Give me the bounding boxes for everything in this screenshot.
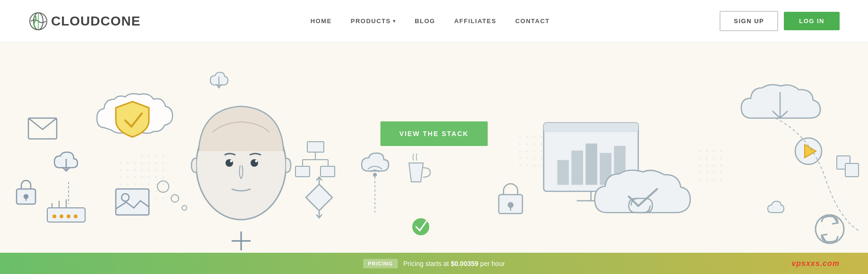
- nav-affiliates[interactable]: AFFILIATES: [454, 17, 496, 25]
- svg-point-6: [141, 162, 143, 164]
- svg-point-80: [720, 171, 722, 173]
- svg-point-72: [720, 157, 722, 159]
- navbar: CLOUDCONE HOME PRODUCTS BLOG AFFILIATES …: [0, 0, 868, 43]
- svg-point-4: [155, 155, 157, 157]
- svg-point-41: [134, 183, 136, 185]
- svg-point-11: [148, 169, 150, 171]
- svg-point-53: [519, 150, 521, 152]
- svg-point-40: [127, 183, 129, 185]
- svg-point-59: [533, 157, 535, 159]
- svg-point-126: [508, 203, 513, 207]
- svg-point-58: [526, 157, 528, 159]
- svg-point-63: [533, 164, 535, 166]
- svg-rect-99: [116, 189, 149, 215]
- svg-point-15: [148, 176, 150, 178]
- svg-point-96: [74, 214, 78, 218]
- svg-point-108: [182, 206, 187, 210]
- svg-point-8: [155, 162, 157, 164]
- svg-point-50: [526, 143, 528, 145]
- hero-illustration: [0, 43, 868, 253]
- svg-point-54: [526, 150, 528, 152]
- svg-point-49: [519, 143, 521, 145]
- svg-point-17: [162, 176, 164, 178]
- svg-point-48: [540, 136, 542, 138]
- pricing-price: $0.00359: [451, 260, 478, 267]
- svg-point-31: [127, 162, 129, 164]
- svg-point-77: [699, 171, 701, 173]
- svg-point-57: [519, 157, 521, 159]
- svg-point-30: [120, 162, 122, 164]
- svg-point-82: [706, 179, 708, 180]
- nav-home[interactable]: HOME: [311, 17, 332, 25]
- svg-point-16: [155, 176, 157, 178]
- pricing-badge: PRICING: [363, 259, 398, 268]
- pricing-area: PRICING Pricing starts at $0.00359 per h…: [363, 259, 505, 268]
- logo-icon: [28, 11, 48, 31]
- svg-point-95: [67, 214, 70, 218]
- svg-point-83: [713, 179, 715, 180]
- svg-point-142: [816, 215, 844, 243]
- svg-point-32: [134, 162, 136, 164]
- svg-point-66: [706, 150, 708, 152]
- svg-point-107: [255, 160, 258, 163]
- svg-point-73: [699, 164, 701, 166]
- svg-point-36: [120, 176, 122, 178]
- svg-point-3: [148, 155, 150, 157]
- svg-point-60: [540, 157, 542, 159]
- nav-contact[interactable]: CONTACT: [515, 17, 550, 25]
- watermark-text: vpsxxs.com: [791, 259, 840, 268]
- hero-section: VIEW THE STACK: [0, 43, 868, 253]
- svg-point-24: [155, 190, 157, 192]
- svg-point-87: [24, 195, 28, 198]
- svg-point-46: [526, 136, 528, 138]
- svg-point-74: [706, 164, 708, 166]
- svg-point-13: [162, 169, 164, 171]
- svg-point-29: [162, 197, 164, 199]
- svg-point-67: [713, 150, 715, 152]
- svg-point-70: [706, 157, 708, 159]
- svg-rect-131: [572, 151, 582, 184]
- svg-point-71: [713, 157, 715, 159]
- svg-point-51: [533, 143, 535, 145]
- pricing-text: Pricing starts at $0.00359 per hour: [403, 260, 505, 267]
- svg-rect-129: [544, 123, 638, 132]
- svg-rect-118: [321, 166, 335, 177]
- svg-point-12: [155, 169, 157, 171]
- svg-point-68: [720, 150, 722, 152]
- svg-point-2: [141, 155, 143, 157]
- svg-point-65: [699, 150, 701, 152]
- svg-point-69: [699, 157, 701, 159]
- svg-point-84: [720, 179, 722, 180]
- svg-point-19: [148, 183, 150, 185]
- svg-point-10: [141, 169, 143, 171]
- nav-buttons: SIGN UP LOG IN: [720, 11, 840, 31]
- svg-point-79: [713, 171, 715, 173]
- nav-products[interactable]: PRODUCTS: [351, 17, 396, 25]
- nav-links: HOME PRODUCTS BLOG AFFILIATES CONTACT: [311, 17, 550, 25]
- pricing-prefix: Pricing starts at: [403, 260, 451, 267]
- svg-rect-130: [558, 161, 568, 184]
- svg-point-61: [519, 164, 521, 166]
- svg-point-106: [230, 160, 233, 163]
- login-button[interactable]: LOG IN: [784, 12, 840, 30]
- pricing-unit: per hour: [478, 260, 505, 267]
- svg-point-33: [120, 169, 122, 171]
- svg-point-78: [706, 171, 708, 173]
- svg-point-81: [699, 179, 701, 180]
- svg-point-109: [171, 195, 179, 202]
- svg-rect-112: [307, 142, 324, 152]
- cta-button[interactable]: VIEW THE STACK: [381, 121, 488, 146]
- logo[interactable]: CLOUDCONE: [28, 11, 140, 31]
- svg-marker-119: [306, 184, 332, 211]
- svg-point-47: [533, 136, 535, 138]
- nav-blog[interactable]: BLOG: [415, 17, 435, 25]
- svg-point-35: [134, 169, 136, 171]
- svg-rect-132: [586, 144, 597, 184]
- svg-point-38: [134, 176, 136, 178]
- svg-point-56: [540, 150, 542, 152]
- svg-point-76: [720, 164, 722, 166]
- footer-bar: PRICING Pricing starts at $0.00359 per h…: [0, 253, 868, 274]
- signup-button[interactable]: SIGN UP: [720, 11, 778, 31]
- svg-point-14: [141, 176, 143, 178]
- svg-point-9: [162, 162, 164, 164]
